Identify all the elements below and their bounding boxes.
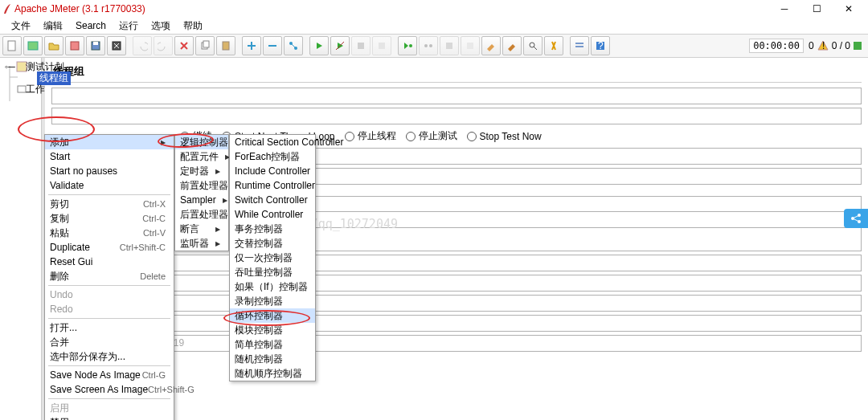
menu-item[interactable]: 简单控制器 — [230, 337, 315, 352]
context-menu-add[interactable]: 逻辑控制器配置元件定时器前置处理器Sampler后置处理器断言监听器 — [174, 134, 229, 251]
tree-toggle-icon[interactable]: ◦─ — [5, 61, 15, 72]
svg-rect-17 — [467, 43, 473, 49]
save-as-icon[interactable] — [107, 36, 126, 55]
menu-edit[interactable]: 编辑 — [37, 18, 69, 35]
menu-options[interactable]: 选项 — [145, 18, 177, 35]
menu-item[interactable]: Start no pauses — [45, 164, 174, 178]
menu-file[interactable]: 文件 — [5, 18, 37, 35]
menu-item[interactable]: 合并 — [45, 335, 174, 349]
menu-item[interactable]: 剪切Ctrl-X — [45, 197, 174, 211]
menu-item[interactable]: Validate — [45, 178, 174, 193]
shutdown-icon[interactable] — [372, 36, 391, 55]
share-badge-icon[interactable] — [844, 209, 868, 228]
menu-item[interactable]: Switch Controller — [230, 193, 315, 207]
svg-rect-19 — [575, 43, 583, 44]
menu-item[interactable]: DuplicateCtrl+Shift-C — [45, 240, 174, 255]
search-icon[interactable] — [523, 36, 542, 55]
remote-start-icon[interactable] — [398, 36, 417, 55]
start-no-timers-icon[interactable] — [330, 36, 350, 55]
menu-item[interactable]: 逻辑控制器 — [175, 135, 228, 149]
menu-run[interactable]: 运行 — [113, 18, 145, 35]
start-icon[interactable] — [309, 36, 329, 55]
startup-delay-field[interactable] — [72, 295, 862, 312]
menu-item[interactable]: Save Node As ImageCtrl-G — [45, 368, 174, 382]
menu-item[interactable]: 打开... — [45, 320, 174, 335]
menu-search[interactable]: Search — [69, 18, 113, 33]
paste-icon[interactable] — [216, 36, 235, 55]
menu-item[interactable]: 监听器 — [175, 236, 228, 251]
duration-field[interactable] — [72, 275, 862, 292]
menu-item[interactable]: 循环控制器 — [230, 308, 315, 323]
expand-icon[interactable] — [242, 36, 261, 55]
collapse-icon[interactable] — [263, 36, 282, 55]
comment-field[interactable] — [51, 108, 862, 124]
menu-item[interactable]: Include Controller — [230, 164, 315, 178]
menu-item[interactable]: 仅一次控制器 — [230, 251, 315, 265]
menu-item[interactable]: Start — [45, 149, 174, 164]
cut-icon[interactable] — [174, 36, 194, 55]
menu-item[interactable]: 粘贴Ctrl-V — [45, 226, 174, 240]
clear-icon[interactable] — [481, 36, 501, 55]
minimize-button[interactable]: ─ — [768, 0, 800, 18]
menu-item[interactable]: 随机顺序控制器 — [230, 366, 315, 381]
menu-item[interactable]: Reset Gui — [45, 255, 174, 269]
menu-item[interactable]: 定时器 — [175, 164, 228, 178]
menu-item: 启用 — [45, 401, 174, 415]
maximize-button[interactable]: ☐ — [800, 0, 833, 18]
menu-item[interactable]: 配置元件 — [175, 149, 228, 164]
radio-stop-test[interactable]: 停止测试 — [406, 129, 457, 143]
close-button[interactable]: ✕ — [833, 0, 865, 18]
open-icon[interactable] — [44, 36, 63, 55]
menu-item[interactable]: While Controller — [230, 207, 315, 222]
remote-shutdown-icon[interactable] — [461, 36, 480, 55]
tree-workbench-label[interactable]: 工作 — [26, 83, 45, 96]
menu-item[interactable]: 如果（If）控制器 — [230, 279, 315, 294]
start-time-field[interactable] — [72, 315, 862, 332]
reset-search-icon[interactable] — [544, 36, 563, 55]
menu-item[interactable]: Save Screen As ImageCtrl+Shift-G — [45, 382, 174, 397]
templates-icon[interactable] — [23, 36, 43, 55]
end-time-field[interactable]: 2017/04/10 19:49:19 — [92, 335, 862, 352]
menu-item[interactable]: 前置处理器 — [175, 178, 228, 193]
menu-item[interactable]: 录制控制器 — [230, 294, 315, 308]
menu-item[interactable]: 模块控制器 — [230, 323, 315, 337]
remote-stop-icon[interactable] — [440, 36, 459, 55]
menu-item[interactable]: 禁用 — [45, 415, 174, 420]
menu-item[interactable]: 吞吐量控制器 — [230, 265, 315, 279]
function-helper-icon[interactable] — [570, 36, 589, 55]
menu-item[interactable]: Sampler — [175, 193, 228, 207]
save-icon[interactable] — [86, 36, 105, 55]
menu-item[interactable]: 后置处理器 — [175, 207, 228, 222]
undo-icon[interactable] — [133, 36, 152, 55]
help-icon[interactable]: ? — [591, 36, 610, 55]
menu-help[interactable]: 帮助 — [177, 18, 209, 35]
thread-count: 0 / 0 — [832, 40, 850, 51]
context-menu-logic-controllers[interactable]: Critical Section ControllerForEach控制器Inc… — [229, 134, 316, 381]
copy-icon[interactable] — [195, 36, 215, 55]
menu-item[interactable]: 删除Delete — [45, 269, 174, 283]
close-icon[interactable] — [65, 36, 84, 55]
menu-item[interactable]: 断言 — [175, 222, 228, 236]
menubar: 文件 编辑 Search 运行 选项 帮助 — [0, 18, 868, 34]
remote-start-all-icon[interactable] — [419, 36, 438, 55]
stop-icon[interactable] — [351, 36, 371, 55]
new-icon[interactable] — [2, 36, 22, 55]
context-menu-main[interactable]: 添加StartStart no pausesValidate剪切Ctrl-X复制… — [44, 134, 174, 420]
menu-item[interactable]: Critical Section Controller — [230, 135, 315, 149]
menu-item[interactable]: Runtime Controller — [230, 178, 315, 193]
radio-stop-thread[interactable]: 停止线程 — [345, 129, 396, 143]
redo-icon[interactable] — [154, 36, 173, 55]
menu-item[interactable]: 添加 — [45, 135, 174, 149]
clear-all-icon[interactable] — [502, 36, 522, 55]
menu-item[interactable]: 交替控制器 — [230, 236, 315, 251]
schedule-field[interactable] — [72, 255, 862, 271]
menu-item[interactable]: 选中部分保存为... — [45, 349, 174, 364]
tree-pane[interactable]: ◦─ — [0, 58, 42, 420]
toggle-icon[interactable] — [284, 36, 303, 55]
name-field[interactable] — [51, 88, 862, 104]
menu-item[interactable]: 随机控制器 — [230, 352, 315, 366]
menu-item[interactable]: 复制Ctrl-C — [45, 211, 174, 226]
menu-item[interactable]: ForEach控制器 — [230, 149, 315, 164]
menu-item[interactable]: 事务控制器 — [230, 222, 315, 236]
radio-stop-test-now[interactable]: Stop Test Now — [467, 131, 542, 142]
